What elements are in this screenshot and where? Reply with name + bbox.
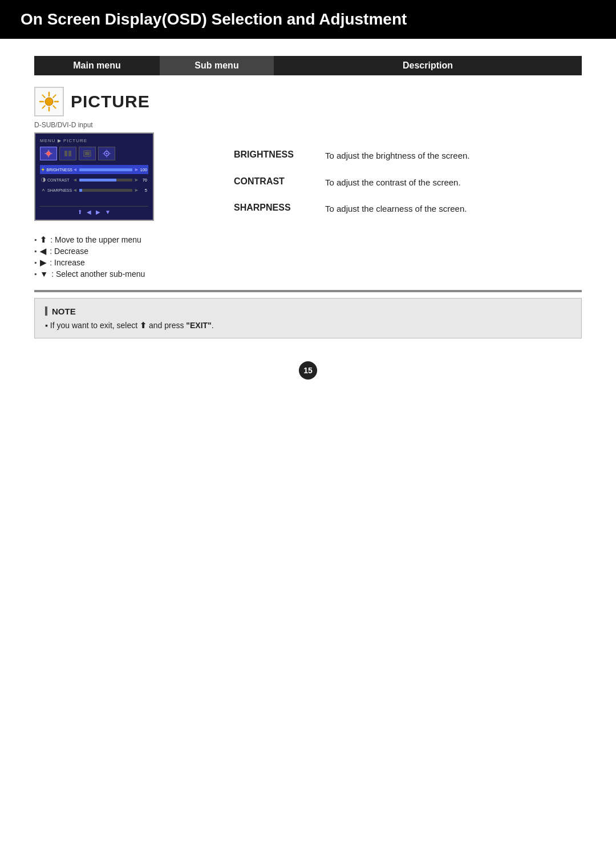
nav-hints: ⬆ : Move to the upper menu ◀ : Decrease …: [34, 235, 582, 279]
osd-tab-3[interactable]: [79, 147, 96, 160]
note-symbol: ⬆: [140, 321, 149, 330]
nav-hint-left-text: : Decrease: [50, 247, 88, 256]
menu-item-brightness: BRIGHTNESS To adjust the brightness of t…: [234, 150, 582, 163]
osd-tab-2[interactable]: [59, 147, 76, 160]
content-area: Main menu Sub menu Description PICTURE: [0, 39, 616, 397]
nav-symbol-right: ▶: [40, 258, 46, 267]
menu-item-sharpness: SHARPNESS To adjust the clearness of the…: [234, 203, 582, 216]
nav-hint-right: ▶ : Increase: [34, 258, 582, 267]
dsub-label: D-SUB/DVI-D input: [34, 121, 217, 129]
osd-menu-path: MENU ▶ PICTURE: [40, 138, 148, 143]
note-text-after: and press "EXIT".: [149, 321, 214, 330]
main-content-row: D-SUB/DVI-D input MENU ▶ PICTURE: [34, 121, 582, 229]
column-headers: Main menu Sub menu Description: [34, 56, 582, 75]
col-main-header: Main menu: [34, 56, 160, 75]
col-sub-header: Sub menu: [160, 56, 274, 75]
svg-line-7: [53, 95, 55, 97]
note-text-before: If you want to exit, select: [50, 321, 137, 330]
note-section: NOTE ▪ If you want to exit, select ⬆ and…: [34, 298, 582, 338]
menu-item-contrast: CONTRAST To adjust the contrast of the s…: [234, 176, 582, 189]
picture-icon: [34, 87, 64, 116]
svg-line-8: [42, 106, 44, 108]
desc-contrast: To adjust the contrast of the screen.: [325, 176, 461, 189]
svg-point-19: [106, 153, 108, 155]
page-number-container: 15: [34, 361, 582, 380]
note-title-text: NOTE: [52, 306, 76, 316]
nav-symbol-down: ▼: [40, 269, 48, 279]
nav-hint-down: ▼ : Select another sub-menu: [34, 269, 582, 279]
osd-tabs: [40, 147, 148, 160]
osd-tab-4[interactable]: [98, 147, 115, 160]
submenu-label-brightness: BRIGHTNESS: [234, 150, 325, 160]
nav-hint-up: ⬆ : Move to the upper menu: [34, 235, 582, 244]
nav-hint-up-text: : Move to the upper menu: [50, 235, 141, 244]
svg-point-0: [45, 98, 53, 106]
osd-screen: MENU ▶ PICTURE: [34, 132, 154, 221]
submenu-label-sharpness: SHARPNESS: [234, 203, 325, 213]
nav-hint-down-text: : Select another sub-menu: [51, 269, 145, 279]
svg-rect-15: [68, 151, 71, 156]
note-title: NOTE: [45, 306, 571, 316]
nav-symbol-left: ◀: [40, 247, 46, 256]
osd-row-brightness: BRIGHTNESS ◄ ► 100: [40, 165, 148, 174]
nav-hint-left: ◀ : Decrease: [34, 247, 582, 256]
svg-rect-14: [64, 151, 67, 156]
page-number: 15: [299, 361, 317, 380]
desc-brightness: To adjust the brightness of the screen.: [325, 150, 469, 163]
submenu-label-contrast: CONTRAST: [234, 176, 325, 187]
osd-tab-1[interactable]: [40, 147, 57, 160]
osd-row-sharpness: SHARPNESS ◄ ► 5: [40, 185, 148, 195]
svg-line-5: [42, 95, 44, 97]
osd-nav-bar: ⬆ ◀ ▶ ▼: [40, 206, 148, 215]
osd-row-contrast: CONTRAST ◄ ► 70: [40, 175, 148, 184]
nav-symbol-up: ⬆: [40, 235, 47, 244]
svg-point-9: [47, 152, 51, 156]
main-column: D-SUB/DVI-D input MENU ▶ PICTURE: [34, 121, 217, 221]
svg-line-6: [53, 106, 55, 108]
desc-sharpness: To adjust the clearness of the screen.: [325, 203, 467, 216]
page-title: On Screen Display(OSD) Selection and Adj…: [21, 10, 407, 28]
page-header: On Screen Display(OSD) Selection and Adj…: [0, 0, 616, 39]
section-divider: [34, 290, 582, 292]
svg-point-24: [42, 168, 44, 170]
nav-hint-right-text: : Increase: [50, 258, 84, 267]
svg-rect-17: [85, 152, 90, 155]
note-text: ▪ If you want to exit, select ⬆ and pres…: [45, 321, 571, 330]
col-desc-header: Description: [274, 56, 582, 75]
picture-title-text: PICTURE: [71, 92, 150, 111]
picture-title-row: PICTURE: [34, 87, 582, 116]
submenu-desc-column: BRIGHTNESS To adjust the brightness of t…: [217, 121, 582, 229]
